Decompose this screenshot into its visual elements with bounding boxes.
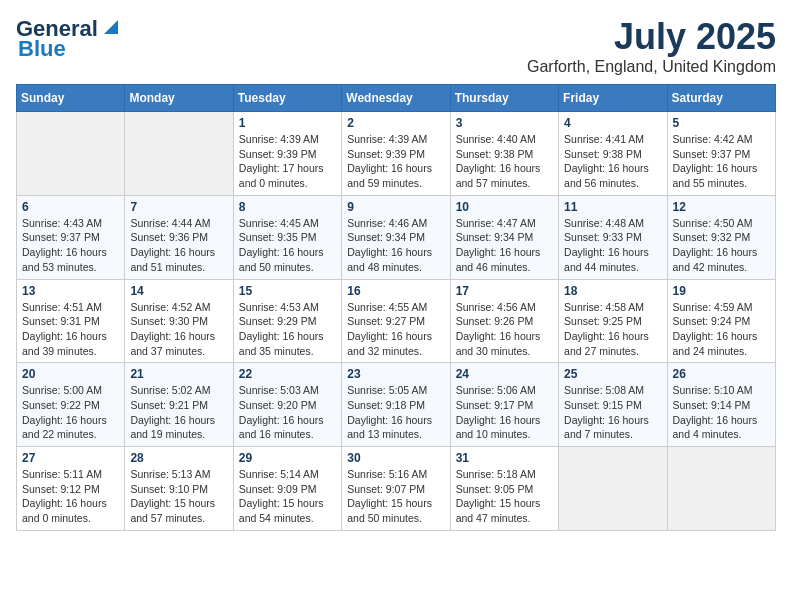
calendar-cell: 18Sunrise: 4:58 AM Sunset: 9:25 PM Dayli…	[559, 279, 667, 363]
logo-icon	[100, 16, 122, 38]
weekday-header: Thursday	[450, 85, 558, 112]
day-number: 5	[673, 116, 770, 130]
calendar-cell: 22Sunrise: 5:03 AM Sunset: 9:20 PM Dayli…	[233, 363, 341, 447]
svg-marker-0	[104, 20, 118, 34]
day-info: Sunrise: 4:48 AM Sunset: 9:33 PM Dayligh…	[564, 216, 661, 275]
day-number: 18	[564, 284, 661, 298]
day-info: Sunrise: 5:13 AM Sunset: 9:10 PM Dayligh…	[130, 467, 227, 526]
weekday-header: Tuesday	[233, 85, 341, 112]
day-number: 2	[347, 116, 444, 130]
calendar-cell: 24Sunrise: 5:06 AM Sunset: 9:17 PM Dayli…	[450, 363, 558, 447]
calendar-cell	[125, 112, 233, 196]
day-info: Sunrise: 5:06 AM Sunset: 9:17 PM Dayligh…	[456, 383, 553, 442]
day-number: 19	[673, 284, 770, 298]
day-number: 26	[673, 367, 770, 381]
calendar-week-row: 20Sunrise: 5:00 AM Sunset: 9:22 PM Dayli…	[17, 363, 776, 447]
calendar-header-row: SundayMondayTuesdayWednesdayThursdayFrid…	[17, 85, 776, 112]
calendar-cell: 30Sunrise: 5:16 AM Sunset: 9:07 PM Dayli…	[342, 447, 450, 531]
day-number: 23	[347, 367, 444, 381]
title-area: July 2025 Garforth, England, United King…	[527, 16, 776, 76]
day-info: Sunrise: 5:02 AM Sunset: 9:21 PM Dayligh…	[130, 383, 227, 442]
calendar-cell: 29Sunrise: 5:14 AM Sunset: 9:09 PM Dayli…	[233, 447, 341, 531]
calendar-cell: 13Sunrise: 4:51 AM Sunset: 9:31 PM Dayli…	[17, 279, 125, 363]
month-title: July 2025	[527, 16, 776, 58]
calendar-week-row: 6Sunrise: 4:43 AM Sunset: 9:37 PM Daylig…	[17, 195, 776, 279]
logo-blue: Blue	[18, 36, 66, 62]
calendar-cell: 2Sunrise: 4:39 AM Sunset: 9:39 PM Daylig…	[342, 112, 450, 196]
day-number: 31	[456, 451, 553, 465]
weekday-header: Saturday	[667, 85, 775, 112]
calendar-cell: 25Sunrise: 5:08 AM Sunset: 9:15 PM Dayli…	[559, 363, 667, 447]
logo: General Blue	[16, 16, 122, 62]
day-number: 8	[239, 200, 336, 214]
location-title: Garforth, England, United Kingdom	[527, 58, 776, 76]
day-number: 12	[673, 200, 770, 214]
calendar-cell: 28Sunrise: 5:13 AM Sunset: 9:10 PM Dayli…	[125, 447, 233, 531]
day-number: 11	[564, 200, 661, 214]
calendar-cell: 10Sunrise: 4:47 AM Sunset: 9:34 PM Dayli…	[450, 195, 558, 279]
day-info: Sunrise: 4:44 AM Sunset: 9:36 PM Dayligh…	[130, 216, 227, 275]
calendar-cell: 12Sunrise: 4:50 AM Sunset: 9:32 PM Dayli…	[667, 195, 775, 279]
day-number: 6	[22, 200, 119, 214]
weekday-header: Monday	[125, 85, 233, 112]
calendar-cell: 8Sunrise: 4:45 AM Sunset: 9:35 PM Daylig…	[233, 195, 341, 279]
calendar-week-row: 27Sunrise: 5:11 AM Sunset: 9:12 PM Dayli…	[17, 447, 776, 531]
day-info: Sunrise: 4:39 AM Sunset: 9:39 PM Dayligh…	[347, 132, 444, 191]
day-number: 30	[347, 451, 444, 465]
calendar-cell: 5Sunrise: 4:42 AM Sunset: 9:37 PM Daylig…	[667, 112, 775, 196]
calendar-cell: 11Sunrise: 4:48 AM Sunset: 9:33 PM Dayli…	[559, 195, 667, 279]
day-info: Sunrise: 4:39 AM Sunset: 9:39 PM Dayligh…	[239, 132, 336, 191]
day-info: Sunrise: 4:42 AM Sunset: 9:37 PM Dayligh…	[673, 132, 770, 191]
day-info: Sunrise: 4:43 AM Sunset: 9:37 PM Dayligh…	[22, 216, 119, 275]
day-info: Sunrise: 4:55 AM Sunset: 9:27 PM Dayligh…	[347, 300, 444, 359]
weekday-header: Friday	[559, 85, 667, 112]
calendar-cell: 1Sunrise: 4:39 AM Sunset: 9:39 PM Daylig…	[233, 112, 341, 196]
day-number: 17	[456, 284, 553, 298]
calendar-cell: 4Sunrise: 4:41 AM Sunset: 9:38 PM Daylig…	[559, 112, 667, 196]
day-info: Sunrise: 4:51 AM Sunset: 9:31 PM Dayligh…	[22, 300, 119, 359]
calendar-cell: 19Sunrise: 4:59 AM Sunset: 9:24 PM Dayli…	[667, 279, 775, 363]
calendar-cell: 31Sunrise: 5:18 AM Sunset: 9:05 PM Dayli…	[450, 447, 558, 531]
day-info: Sunrise: 5:03 AM Sunset: 9:20 PM Dayligh…	[239, 383, 336, 442]
day-number: 4	[564, 116, 661, 130]
day-number: 20	[22, 367, 119, 381]
calendar-week-row: 1Sunrise: 4:39 AM Sunset: 9:39 PM Daylig…	[17, 112, 776, 196]
calendar-cell: 21Sunrise: 5:02 AM Sunset: 9:21 PM Dayli…	[125, 363, 233, 447]
day-info: Sunrise: 4:59 AM Sunset: 9:24 PM Dayligh…	[673, 300, 770, 359]
day-info: Sunrise: 5:05 AM Sunset: 9:18 PM Dayligh…	[347, 383, 444, 442]
day-number: 21	[130, 367, 227, 381]
calendar-cell	[667, 447, 775, 531]
day-number: 22	[239, 367, 336, 381]
day-number: 7	[130, 200, 227, 214]
day-info: Sunrise: 4:52 AM Sunset: 9:30 PM Dayligh…	[130, 300, 227, 359]
day-number: 25	[564, 367, 661, 381]
day-info: Sunrise: 4:56 AM Sunset: 9:26 PM Dayligh…	[456, 300, 553, 359]
day-number: 27	[22, 451, 119, 465]
day-number: 24	[456, 367, 553, 381]
calendar-cell: 23Sunrise: 5:05 AM Sunset: 9:18 PM Dayli…	[342, 363, 450, 447]
calendar-cell: 9Sunrise: 4:46 AM Sunset: 9:34 PM Daylig…	[342, 195, 450, 279]
header: General Blue July 2025 Garforth, England…	[16, 16, 776, 76]
calendar-cell: 3Sunrise: 4:40 AM Sunset: 9:38 PM Daylig…	[450, 112, 558, 196]
day-info: Sunrise: 4:58 AM Sunset: 9:25 PM Dayligh…	[564, 300, 661, 359]
day-info: Sunrise: 4:46 AM Sunset: 9:34 PM Dayligh…	[347, 216, 444, 275]
day-info: Sunrise: 4:50 AM Sunset: 9:32 PM Dayligh…	[673, 216, 770, 275]
calendar-cell: 16Sunrise: 4:55 AM Sunset: 9:27 PM Dayli…	[342, 279, 450, 363]
day-info: Sunrise: 4:45 AM Sunset: 9:35 PM Dayligh…	[239, 216, 336, 275]
day-number: 15	[239, 284, 336, 298]
day-info: Sunrise: 5:16 AM Sunset: 9:07 PM Dayligh…	[347, 467, 444, 526]
day-number: 28	[130, 451, 227, 465]
day-info: Sunrise: 5:14 AM Sunset: 9:09 PM Dayligh…	[239, 467, 336, 526]
calendar-cell: 20Sunrise: 5:00 AM Sunset: 9:22 PM Dayli…	[17, 363, 125, 447]
weekday-header: Sunday	[17, 85, 125, 112]
calendar-cell: 27Sunrise: 5:11 AM Sunset: 9:12 PM Dayli…	[17, 447, 125, 531]
calendar-table: SundayMondayTuesdayWednesdayThursdayFrid…	[16, 84, 776, 531]
day-info: Sunrise: 5:18 AM Sunset: 9:05 PM Dayligh…	[456, 467, 553, 526]
day-info: Sunrise: 4:40 AM Sunset: 9:38 PM Dayligh…	[456, 132, 553, 191]
calendar-cell: 17Sunrise: 4:56 AM Sunset: 9:26 PM Dayli…	[450, 279, 558, 363]
day-number: 10	[456, 200, 553, 214]
day-info: Sunrise: 4:53 AM Sunset: 9:29 PM Dayligh…	[239, 300, 336, 359]
day-info: Sunrise: 4:41 AM Sunset: 9:38 PM Dayligh…	[564, 132, 661, 191]
day-number: 29	[239, 451, 336, 465]
day-info: Sunrise: 5:08 AM Sunset: 9:15 PM Dayligh…	[564, 383, 661, 442]
